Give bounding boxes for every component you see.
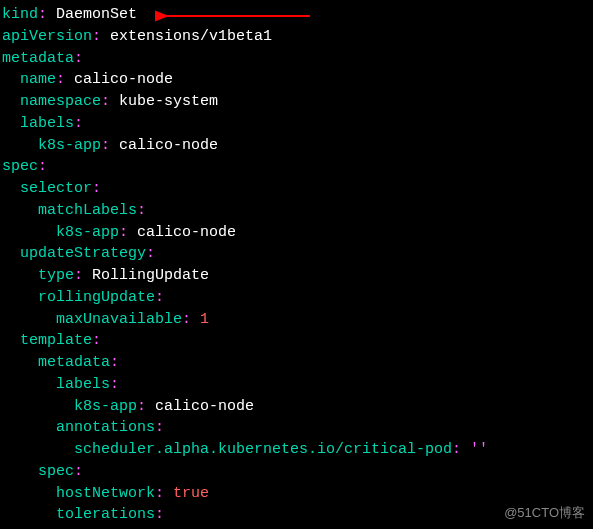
yaml-key: annotations <box>56 419 155 436</box>
yaml-line: template: <box>2 330 591 352</box>
yaml-key: metadata <box>38 354 110 371</box>
yaml-value: RollingUpdate <box>92 267 209 284</box>
yaml-key: type <box>38 267 74 284</box>
yaml-line: spec: <box>2 461 591 483</box>
yaml-key: k8s-app <box>38 137 101 154</box>
yaml-line: labels: <box>2 374 591 396</box>
yaml-line: maxUnavailable: 1 <box>2 309 591 331</box>
yaml-line: apiVersion: extensions/v1beta1 <box>2 26 591 48</box>
yaml-key: matchLabels <box>38 202 137 219</box>
yaml-line: namespace: kube-system <box>2 91 591 113</box>
yaml-value: kube-system <box>119 93 218 110</box>
yaml-line: metadata: <box>2 48 591 70</box>
yaml-key: selector <box>20 180 92 197</box>
yaml-key: k8s-app <box>74 398 137 415</box>
yaml-key: metadata <box>2 50 74 67</box>
yaml-line: rollingUpdate: <box>2 287 591 309</box>
yaml-key: labels <box>56 376 110 393</box>
yaml-line: hostNetwork: true <box>2 483 591 505</box>
yaml-key: tolerations <box>56 506 155 523</box>
yaml-value: calico-node <box>137 224 236 241</box>
yaml-line: tolerations: <box>2 504 591 526</box>
yaml-line: spec: <box>2 156 591 178</box>
yaml-value: calico-node <box>74 71 173 88</box>
yaml-line: metadata: <box>2 352 591 374</box>
yaml-key: apiVersion <box>2 28 92 45</box>
yaml-line: k8s-app: calico-node <box>2 222 591 244</box>
yaml-key: rollingUpdate <box>38 289 155 306</box>
yaml-line: updateStrategy: <box>2 243 591 265</box>
yaml-value: 1 <box>200 311 209 328</box>
yaml-key: labels <box>20 115 74 132</box>
yaml-value: DaemonSet <box>56 6 137 23</box>
yaml-line: annotations: <box>2 417 591 439</box>
yaml-key: name <box>20 71 56 88</box>
yaml-value: extensions/v1beta1 <box>110 28 272 45</box>
yaml-key: updateStrategy <box>20 245 146 262</box>
yaml-line: matchLabels: <box>2 200 591 222</box>
yaml-line: type: RollingUpdate <box>2 265 591 287</box>
yaml-value: true <box>173 485 209 502</box>
yaml-key: kind <box>2 6 38 23</box>
yaml-key: scheduler.alpha.kubernetes.io/critical-p… <box>74 441 452 458</box>
yaml-value: calico-node <box>155 398 254 415</box>
watermark-text: @51CTO博客 <box>504 504 585 523</box>
yaml-key: spec <box>38 463 74 480</box>
yaml-key: spec <box>2 158 38 175</box>
yaml-key: hostNetwork <box>56 485 155 502</box>
yaml-line: scheduler.alpha.kubernetes.io/critical-p… <box>2 439 591 461</box>
yaml-line: labels: <box>2 113 591 135</box>
yaml-key: maxUnavailable <box>56 311 182 328</box>
yaml-key: k8s-app <box>56 224 119 241</box>
yaml-line: kind: DaemonSet <box>2 4 591 26</box>
terminal-yaml: kind: DaemonSet apiVersion: extensions/v… <box>2 4 591 529</box>
yaml-key: namespace <box>20 93 101 110</box>
yaml-value: '' <box>470 441 488 458</box>
yaml-key: template <box>20 332 92 349</box>
yaml-line: k8s-app: calico-node <box>2 135 591 157</box>
yaml-line: name: calico-node <box>2 69 591 91</box>
yaml-value: calico-node <box>119 137 218 154</box>
yaml-line: k8s-app: calico-node <box>2 396 591 418</box>
yaml-line: selector: <box>2 178 591 200</box>
